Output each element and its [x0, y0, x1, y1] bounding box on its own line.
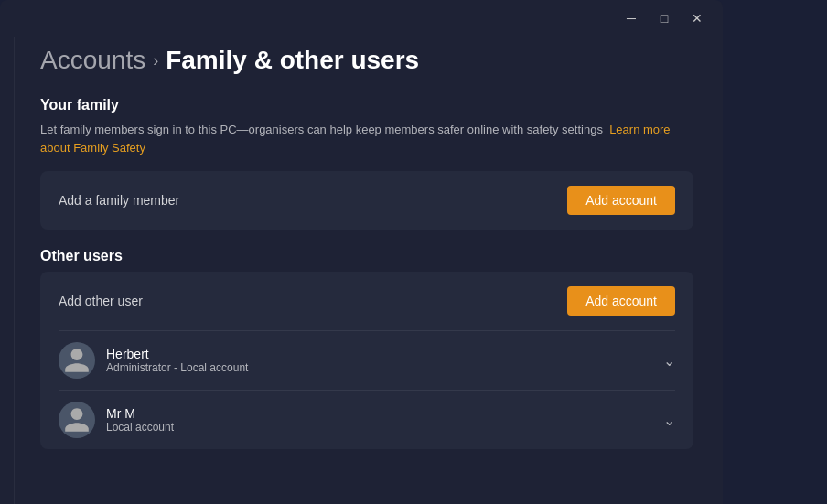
other-users-card: Add other user Add account [40, 272, 693, 449]
breadcrumb-current: Family & other users [166, 46, 419, 75]
your-family-desc-text: Let family members sign in to this PC—or… [40, 123, 603, 136]
chevron-icon-mrm: ⌄ [663, 412, 675, 429]
user-left-herbert: Herbert Administrator - Local account [59, 342, 248, 379]
maximize-button[interactable]: □ [650, 7, 679, 29]
chevron-icon-herbert: ⌄ [663, 352, 675, 370]
main-content: Accounts › Family & other users Your fam… [15, 37, 723, 504]
add-other-account-button[interactable]: Add account [567, 286, 675, 316]
user-info-mrm: Mr M Local account [106, 406, 174, 434]
breadcrumb: Accounts › Family & other users [40, 46, 693, 75]
user-row-herbert[interactable]: Herbert Administrator - Local account ⌄ [40, 331, 693, 390]
other-users-section: Other users Add other user Add account [40, 248, 693, 449]
minimize-button[interactable]: ─ [617, 7, 646, 29]
settings-window: ─ □ ✕ Accounts › Family & other users Yo… [0, 0, 723, 504]
add-other-user-row: Add other user Add account [40, 272, 693, 330]
close-button[interactable]: ✕ [682, 7, 712, 29]
avatar-mrm [59, 402, 95, 438]
avatar-herbert [59, 342, 95, 379]
breadcrumb-accounts[interactable]: Accounts [40, 46, 145, 75]
user-name-herbert: Herbert [106, 347, 248, 361]
add-family-account-button[interactable]: Add account [567, 186, 675, 215]
user-row-mrm[interactable]: Mr M Local account ⌄ [40, 391, 693, 449]
your-family-description: Let family members sign in to this PC—or… [40, 121, 693, 156]
titlebar: ─ □ ✕ [0, 0, 723, 37]
add-family-member-card: Add a family member Add account [40, 171, 693, 230]
your-family-title: Your family [40, 97, 693, 113]
sidebar [0, 37, 15, 504]
your-family-section: Your family Let family members sign in t… [40, 97, 693, 230]
user-left-mrm: Mr M Local account [59, 402, 174, 438]
content-area: Accounts › Family & other users Your fam… [0, 37, 723, 504]
breadcrumb-arrow-icon: › [153, 51, 158, 70]
user-icon-herbert [62, 346, 91, 375]
add-family-member-row: Add a family member Add account [40, 171, 693, 230]
user-role-mrm: Local account [106, 421, 174, 434]
add-other-user-label: Add other user [59, 294, 143, 308]
other-users-title: Other users [40, 248, 693, 264]
user-name-mrm: Mr M [106, 406, 174, 421]
user-icon-mrm [62, 405, 91, 434]
user-role-herbert: Administrator - Local account [106, 361, 248, 374]
user-info-herbert: Herbert Administrator - Local account [106, 347, 248, 374]
add-family-member-label: Add a family member [59, 193, 179, 208]
